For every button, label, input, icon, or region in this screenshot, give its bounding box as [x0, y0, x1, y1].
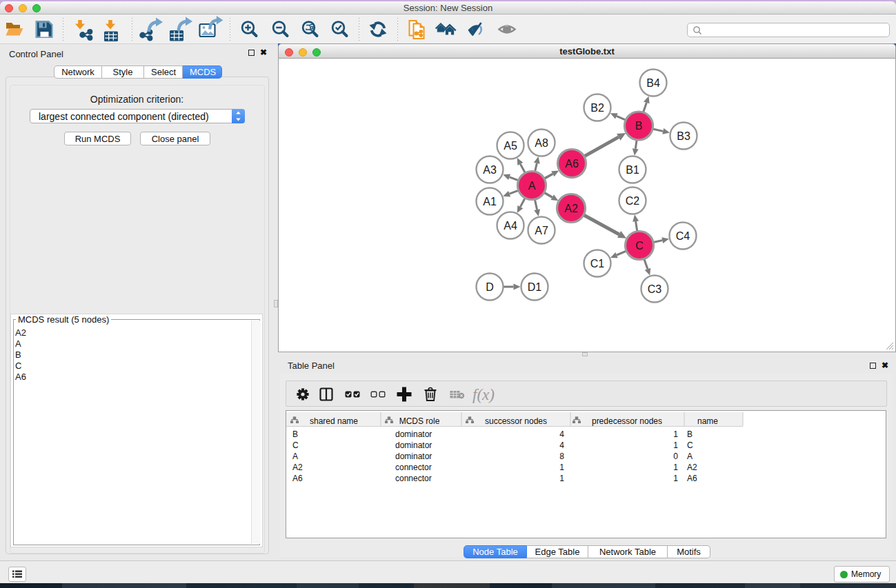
svg-text:4: 4 — [559, 429, 564, 439]
svg-text:predecessor nodes: predecessor nodes — [592, 416, 662, 426]
svg-text:A: A — [528, 180, 536, 192]
svg-text:connector: connector — [395, 463, 432, 472]
svg-text:dominator: dominator — [395, 429, 432, 439]
svg-text:A1: A1 — [483, 196, 497, 207]
svg-text:C: C — [292, 440, 299, 450]
svg-text:connector: connector — [395, 474, 432, 483]
svg-text:A: A — [292, 452, 298, 461]
svg-text:A6: A6 — [292, 474, 303, 483]
svg-text:0: 0 — [673, 452, 678, 461]
svg-text:dominator: dominator — [395, 440, 432, 450]
svg-text:1: 1 — [673, 429, 678, 439]
svg-text:A2: A2 — [687, 463, 697, 472]
svg-text:A2: A2 — [564, 203, 578, 214]
svg-text:f(x): f(x) — [472, 386, 495, 403]
svg-text:A4: A4 — [504, 220, 517, 232]
svg-text:A5: A5 — [504, 140, 517, 152]
svg-text:D: D — [486, 281, 494, 293]
svg-text:C: C — [635, 240, 644, 252]
svg-text:1: 1 — [673, 474, 678, 483]
svg-text:A6: A6 — [687, 474, 697, 483]
svg-text:8: 8 — [559, 452, 564, 461]
svg-text:B: B — [635, 120, 643, 132]
svg-text:A7: A7 — [535, 225, 548, 236]
svg-text:MCDS role: MCDS role — [399, 416, 440, 426]
svg-text:successor nodes: successor nodes — [485, 416, 547, 426]
svg-text:C4: C4 — [676, 230, 690, 242]
svg-text:A3: A3 — [483, 164, 497, 176]
svg-text:4: 4 — [559, 440, 564, 450]
svg-text:B: B — [687, 429, 693, 439]
svg-text:A6: A6 — [565, 158, 579, 170]
svg-text:A: A — [687, 452, 693, 461]
svg-text:B1: B1 — [626, 164, 639, 176]
svg-text:A2: A2 — [292, 463, 303, 472]
svg-text:B: B — [292, 429, 298, 439]
svg-text:shared name: shared name — [310, 416, 358, 426]
svg-text:D1: D1 — [528, 281, 542, 293]
svg-text:1: 1 — [559, 463, 564, 472]
svg-text:A8: A8 — [535, 137, 548, 149]
svg-text:B4: B4 — [646, 77, 660, 89]
svg-text:name: name — [697, 416, 718, 426]
svg-text:dominator: dominator — [395, 452, 432, 461]
svg-text:C2: C2 — [626, 195, 640, 207]
svg-text:B2: B2 — [590, 102, 604, 114]
svg-text:C1: C1 — [590, 258, 605, 270]
svg-text:1: 1 — [673, 440, 678, 450]
svg-text:B3: B3 — [677, 130, 690, 142]
svg-text:1: 1 — [673, 463, 678, 472]
svg-text:C: C — [687, 440, 693, 450]
svg-text:C3: C3 — [648, 283, 662, 295]
svg-text:1: 1 — [559, 474, 564, 483]
